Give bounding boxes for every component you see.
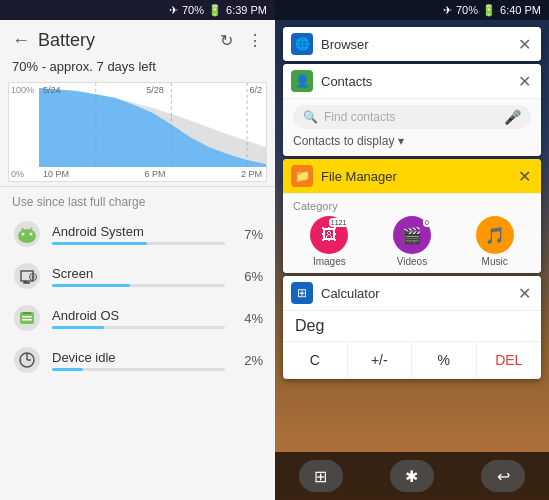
svg-rect-7 [19,234,35,240]
screen-name: Screen [52,266,225,281]
browser-card: 🌐 Browser ✕ [283,27,541,61]
airplane-icon-right: ✈ [443,4,452,17]
file-manager-body: Category 🖼 1121 Images 🎬 0 [283,193,541,273]
category-icons: 🖼 1121 Images 🎬 0 Videos [293,216,531,267]
android-system-percent: 7% [235,227,263,242]
back-nav-icon: ↩ [497,467,510,486]
contacts-display-row[interactable]: Contacts to display ▾ [293,134,531,148]
category-videos[interactable]: 🎬 0 Videos [393,216,431,267]
contacts-card: 👤 Contacts ✕ 🔍 Find contacts 🎤 Contacts … [283,64,541,156]
time-label-1: 10 PM [43,169,69,179]
android-system-info: Android System [52,224,225,245]
svg-point-9 [30,233,33,236]
device-idle-bar-container [52,368,225,371]
contacts-card-header: 👤 Contacts ✕ [283,64,541,98]
time-label-3: 2 PM [241,169,262,179]
recent-apps-list: 🌐 Browser ✕ 👤 Contacts ✕ 🔍 Find contacts… [275,20,549,386]
calc-btn-plusminus[interactable]: +/- [348,342,413,379]
battery-item-screen: Screen 6% [0,255,275,297]
screen-bar [52,284,130,287]
screen-info: Screen [52,266,225,287]
android-os-info: Android OS [52,308,225,329]
calc-btn-c[interactable]: C [283,342,348,379]
images-label: Images [313,256,346,267]
calculator-title: Calculator [321,286,516,301]
videos-count: 0 [423,218,431,227]
videos-label: Videos [397,256,427,267]
back-nav-button[interactable]: ↩ [481,460,525,492]
contacts-icon: 👤 [291,70,313,92]
find-contacts-bar[interactable]: 🔍 Find contacts 🎤 [293,105,531,129]
contacts-close-button[interactable]: ✕ [516,72,533,91]
calculator-display: Deg [283,311,541,341]
browser-card-header: 🌐 Browser ✕ [283,27,541,61]
home-nav-button[interactable]: ✱ [390,460,434,492]
battery-item-android-system: Android System 7% [0,213,275,255]
date-label-3: 6/2 [249,85,262,95]
android-os-percent: 4% [235,311,263,326]
date-label-1: 5/24 [43,85,61,95]
recents-panel: ✈ 70% 🔋 6:40 PM 🌐 Browser ✕ 👤 Contacts ✕ [275,0,549,500]
file-manager-icon: 📁 [291,165,313,187]
file-manager-card: 📁 File Manager ✕ Category 🖼 1121 Images [283,159,541,273]
calc-header: ⊞ Calculator ✕ [283,276,541,311]
device-idle-name: Device idle [52,350,225,365]
battery-item-android-os: Android OS 4% [0,297,275,339]
category-label: Category [293,200,531,212]
more-button[interactable]: ⋮ [247,31,263,50]
status-bar-left: ✈ 70% 🔋 6:39 PM [0,0,275,20]
battery-icon-left: 🔋 [208,4,222,17]
battery-panel: ✈ 70% 🔋 6:39 PM ← Battery ↻ ⋮ 70% - appr… [0,0,275,500]
calc-btn-del[interactable]: DEL [477,342,542,379]
svg-rect-17 [23,312,31,314]
android-os-name: Android OS [52,308,225,323]
contacts-title: Contacts [321,74,516,89]
chart-y-labels: 100% 0% [11,83,34,181]
contacts-display-label: Contacts to display ▾ [293,134,404,148]
music-label: Music [482,256,508,267]
svg-rect-19 [22,319,32,321]
category-images[interactable]: 🖼 1121 Images [310,216,348,267]
browser-title: Browser [321,37,516,52]
time-right: 6:40 PM [500,4,541,16]
refresh-button[interactable]: ↻ [220,31,233,50]
screen-icon [12,261,42,291]
file-manager-close-button[interactable]: ✕ [516,167,533,186]
battery-icon-right: 🔋 [482,4,496,17]
android-system-name: Android System [52,224,225,239]
battery-item-device-idle: Device idle 2% [0,339,275,381]
android-os-icon [12,303,42,333]
bottom-nav: ⊞ ✱ ↩ [275,452,549,500]
battery-title: Battery [38,30,212,51]
browser-icon: 🌐 [291,33,313,55]
calculator-close-button[interactable]: ✕ [516,284,533,303]
videos-circle: 🎬 0 [393,216,431,254]
android-os-bar-container [52,326,225,329]
android-system-icon [12,219,42,249]
airplane-icon: ✈ [169,4,178,17]
battery-header: ← Battery ↻ ⋮ [0,20,275,57]
images-count: 1121 [329,218,349,227]
section-title: Use since last full charge [0,186,275,213]
music-circle: 🎵 [476,216,514,254]
find-contacts-placeholder: Find contacts [324,110,498,124]
calc-btn-percent[interactable]: % [412,342,477,379]
battery-subtitle: 70% - approx. 7 days left [0,57,275,82]
battery-percent-left: 70% [182,4,204,16]
time-label-2: 6 PM [144,169,165,179]
calculator-buttons: C +/- % DEL [283,341,541,379]
search-icon: 🔍 [303,110,318,124]
screen-bar-container [52,284,225,287]
device-idle-percent: 2% [235,353,263,368]
category-music[interactable]: 🎵 Music [476,216,514,267]
android-os-bar [52,326,104,329]
recents-nav-button[interactable]: ⊞ [299,460,343,492]
calculator-card: ⊞ Calculator ✕ Deg C +/- % DEL [283,276,541,379]
back-button[interactable]: ← [12,30,30,51]
screen-percent: 6% [235,269,263,284]
svg-point-14 [32,276,35,279]
time-left: 6:39 PM [226,4,267,16]
chart-y-top: 100% [11,85,34,95]
android-system-bar [52,242,147,245]
browser-close-button[interactable]: ✕ [516,35,533,54]
